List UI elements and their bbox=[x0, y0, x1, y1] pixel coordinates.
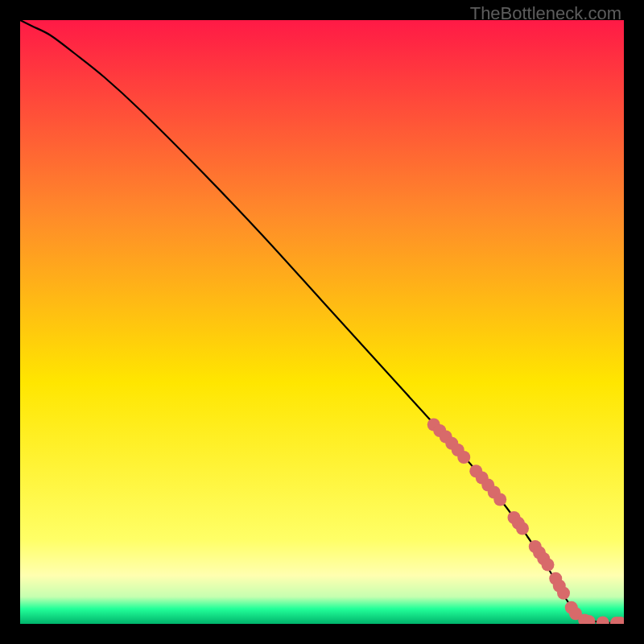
marker-dot bbox=[516, 522, 529, 535]
marker-dot bbox=[457, 451, 470, 464]
chart-frame bbox=[20, 20, 624, 624]
plot-background bbox=[20, 20, 624, 624]
marker-dot bbox=[557, 587, 570, 600]
watermark-text: TheBottleneck.com bbox=[470, 3, 621, 24]
marker-dot bbox=[493, 493, 506, 506]
marker-dot bbox=[542, 559, 555, 572]
bottleneck-chart bbox=[20, 20, 624, 624]
